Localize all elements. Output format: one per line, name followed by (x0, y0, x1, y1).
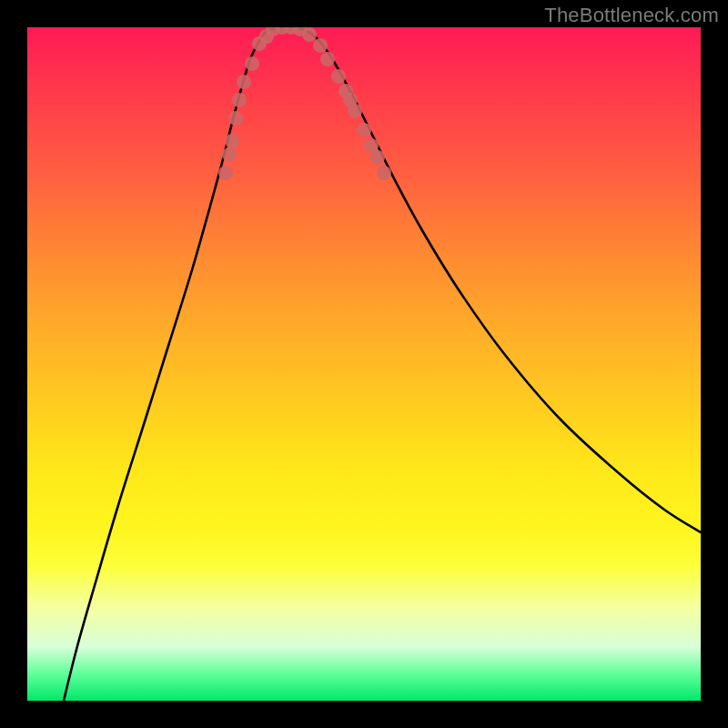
data-marker (228, 111, 243, 126)
data-marker (348, 104, 362, 118)
data-markers-group (218, 27, 391, 180)
chart-frame: TheBottleneck.com (0, 0, 728, 728)
data-marker (331, 69, 346, 84)
data-marker (370, 150, 385, 165)
bottleneck-curve (64, 27, 701, 701)
data-marker (245, 56, 259, 71)
data-marker (320, 52, 335, 66)
data-marker (237, 75, 251, 89)
watermark-text: TheBottleneck.com (544, 4, 719, 27)
data-marker (218, 166, 233, 180)
data-marker (313, 38, 328, 53)
data-marker (357, 123, 371, 137)
data-marker (222, 147, 237, 162)
data-marker (377, 166, 391, 180)
data-marker (232, 93, 247, 107)
data-marker (302, 27, 317, 42)
curve-layer (27, 27, 701, 701)
data-marker (225, 134, 239, 148)
plot-area (27, 27, 701, 701)
